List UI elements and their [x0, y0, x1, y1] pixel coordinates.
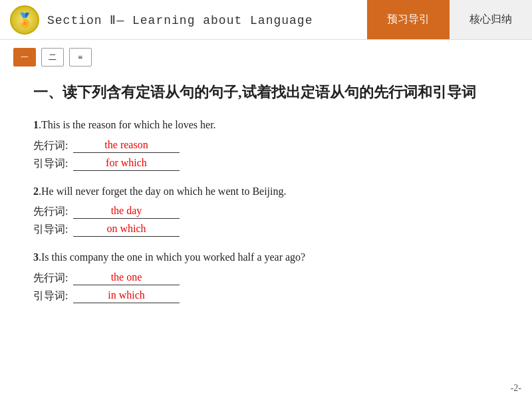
q2-yindaoci-value: on which — [73, 223, 180, 237]
question-1-text: 1.This is the reason for which he loves … — [33, 116, 499, 134]
tab-preview[interactable]: 预习导引 — [367, 0, 450, 39]
question-1-number: 1 — [33, 119, 39, 130]
q2-yindaoci-label: 引导词: — [33, 223, 73, 237]
question-1-body: .This is the reason for which he loves h… — [39, 119, 216, 130]
question-1-xianxingci-row: 先行词: the reason — [33, 139, 499, 153]
question-3: 3.Is this company the one in which you w… — [33, 249, 499, 303]
question-2-body: .He will never forget the day on which h… — [39, 186, 287, 197]
question-3-xianxingci-row: 先行词: the one — [33, 271, 499, 285]
toolbar: 一 二 ≡ — [0, 40, 532, 74]
question-2-yindaoci-row: 引导词: on which — [33, 223, 499, 237]
q3-yindaoci-label: 引导词: — [33, 289, 73, 303]
logo-icon: 🏅 — [10, 5, 39, 35]
section-title: 一、读下列含有定语从句的句子,试着找出定语从句的先行词和引导词 — [33, 81, 499, 103]
q1-xianxingci-label: 先行词: — [33, 139, 73, 153]
question-1: 1.This is the reason for which he loves … — [33, 116, 499, 171]
toolbar-btn-1[interactable]: 一 — [13, 48, 36, 66]
question-3-text: 3.Is this company the one in which you w… — [33, 249, 499, 266]
q1-xianxingci-value: the reason — [73, 139, 180, 153]
page-number: -2- — [511, 383, 521, 394]
tab-core[interactable]: 核心归纳 — [450, 0, 532, 39]
question-3-yindaoci-row: 引导词: in which — [33, 289, 499, 303]
q3-xianxingci-value: the one — [73, 271, 180, 285]
header-title: Section Ⅱ— Learning about Language — [47, 13, 313, 27]
question-3-body: .Is this company the one in which you wo… — [39, 251, 305, 263]
question-2-number: 2 — [33, 186, 39, 197]
q1-yindaoci-label: 引导词: — [33, 157, 73, 171]
q2-xianxingci-label: 先行词: — [33, 205, 73, 219]
q1-yindaoci-value: for which — [73, 157, 180, 171]
question-2-text: 2.He will never forget the day on which … — [33, 183, 499, 200]
nav-tabs: 预习导引 核心归纳 — [367, 0, 532, 39]
q2-xianxingci-value: the day — [73, 205, 180, 219]
question-2-xianxingci-row: 先行词: the day — [33, 205, 499, 219]
q3-yindaoci-value: in which — [73, 289, 180, 303]
toolbar-btn-3[interactable]: ≡ — [69, 48, 92, 66]
q3-xianxingci-label: 先行词: — [33, 271, 73, 285]
question-3-number: 3 — [33, 251, 39, 263]
toolbar-btn-2[interactable]: 二 — [41, 48, 64, 66]
question-1-yindaoci-row: 引导词: for which — [33, 157, 499, 171]
question-2: 2.He will never forget the day on which … — [33, 183, 499, 237]
content-area: 一、读下列含有定语从句的句子,试着找出定语从句的先行词和引导词 1.This i… — [0, 74, 532, 329]
logo-area: 🏅 Section Ⅱ— Learning about Language — [0, 5, 367, 35]
header: 🏅 Section Ⅱ— Learning about Language 预习导… — [0, 0, 532, 40]
